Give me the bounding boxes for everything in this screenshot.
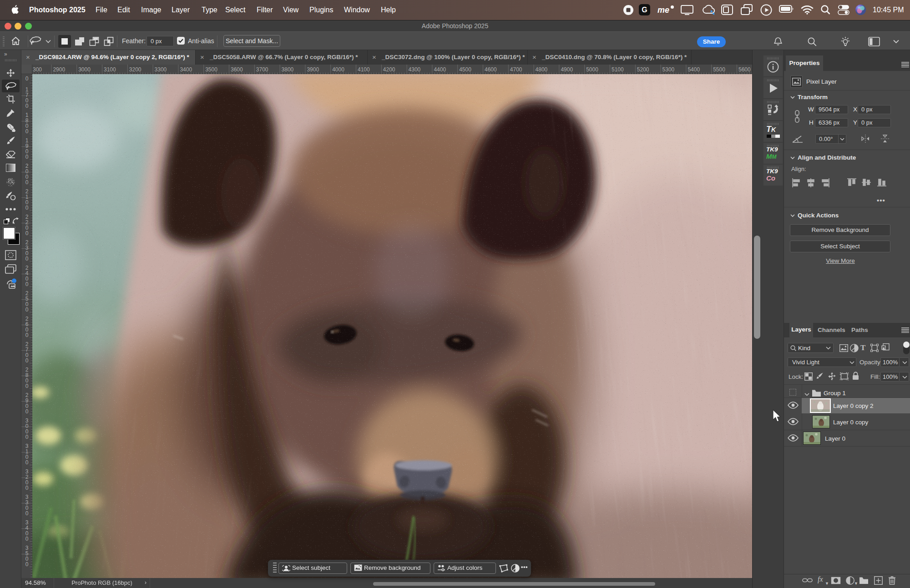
svg-text:0: 0 [25, 434, 29, 440]
svg-text:3300: 3300 [155, 66, 167, 73]
svg-text:0: 0 [25, 561, 29, 568]
svg-text:0: 0 [25, 154, 29, 160]
svg-text:3200: 3200 [129, 66, 142, 73]
svg-text:0: 0 [25, 128, 29, 135]
svg-text:0: 0 [25, 256, 29, 262]
svg-text:5500: 5500 [713, 66, 725, 73]
svg-text:0: 0 [25, 408, 29, 415]
svg-text:5100: 5100 [612, 66, 624, 73]
svg-text:2900: 2900 [53, 66, 65, 73]
svg-text:0: 0 [25, 357, 29, 364]
svg-text:300: 300 [33, 66, 42, 73]
svg-text:0: 0 [25, 459, 29, 466]
svg-text:3600: 3600 [231, 66, 243, 73]
svg-text:3400: 3400 [180, 66, 192, 73]
svg-text:3500: 3500 [205, 66, 217, 73]
svg-text:4500: 4500 [459, 66, 471, 73]
svg-text:4200: 4200 [383, 66, 395, 73]
svg-text:0: 0 [25, 383, 29, 389]
svg-text:0: 0 [25, 332, 29, 338]
svg-text:4400: 4400 [434, 66, 446, 73]
svg-text:0: 0 [25, 103, 29, 109]
svg-text:4300: 4300 [409, 66, 421, 73]
svg-text:0: 0 [25, 179, 29, 186]
svg-text:0: 0 [25, 205, 29, 211]
svg-text:5200: 5200 [637, 66, 649, 73]
svg-text:0: 0 [25, 307, 29, 313]
svg-text:0: 0 [25, 230, 29, 236]
svg-text:4100: 4100 [358, 66, 370, 73]
svg-text:4700: 4700 [510, 66, 522, 73]
svg-text:0: 0 [25, 510, 29, 517]
svg-text:4600: 4600 [485, 66, 497, 73]
svg-text:5600: 5600 [738, 66, 751, 73]
svg-text:5300: 5300 [662, 66, 675, 73]
svg-text:G: G [642, 6, 647, 14]
svg-text:3900: 3900 [307, 66, 319, 73]
svg-text:4000: 4000 [332, 66, 344, 73]
svg-text:5400: 5400 [688, 66, 700, 73]
svg-text:0: 0 [25, 281, 29, 287]
svg-text:3100: 3100 [104, 66, 116, 73]
svg-text:0: 0 [25, 536, 29, 542]
svg-text:5000: 5000 [586, 66, 598, 73]
svg-text:3000: 3000 [78, 66, 91, 73]
svg-text:3800: 3800 [282, 66, 294, 73]
svg-text:4900: 4900 [561, 66, 573, 73]
svg-text:4800: 4800 [536, 66, 548, 73]
svg-text:0: 0 [25, 485, 29, 491]
svg-text:3700: 3700 [256, 66, 268, 73]
svg-text:0: 0 [25, 75, 29, 82]
